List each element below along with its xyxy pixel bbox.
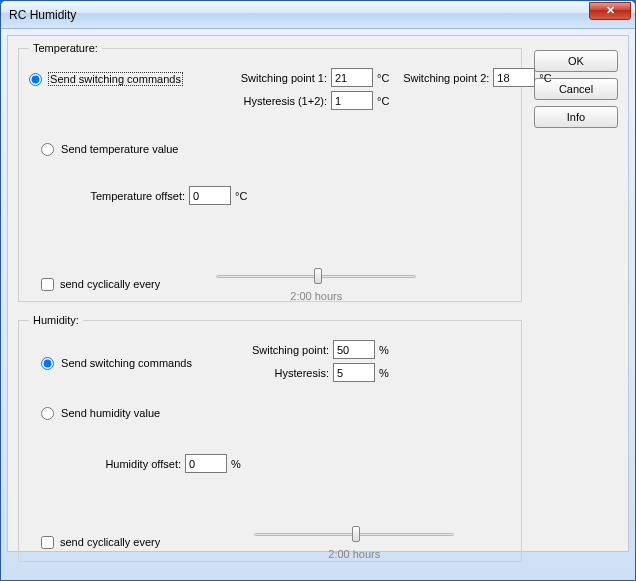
slider-thumb[interactable] [352, 526, 360, 542]
humidity-radio-switching-label: Send switching commands [61, 357, 192, 369]
sp1-unit: °C [377, 72, 389, 84]
temp-cyclic-checkbox[interactable] [41, 278, 54, 291]
humidity-group: Humidity: Switching point: % Hysteresis:… [18, 314, 522, 562]
hum-sp-label: Switching point: [247, 344, 329, 356]
temperature-radio-value[interactable] [41, 143, 54, 156]
temp-offset-unit: °C [235, 190, 247, 202]
temp-cyclic-label: send cyclically every [60, 278, 160, 290]
temperature-radio-switching-label: Send switching commands [49, 73, 182, 85]
temperature-group: Temperature: Send switching commands Swi… [18, 42, 522, 302]
temperature-radio-value-label: Send temperature value [61, 143, 178, 155]
close-button[interactable]: ✕ [589, 2, 631, 20]
hum-hyst-input[interactable] [333, 363, 375, 382]
sp2-unit: °C [539, 72, 551, 84]
temperature-legend: Temperature: [29, 42, 102, 54]
humidity-radio-switching[interactable] [41, 357, 54, 370]
temp-slider-value: 2:00 hours [290, 290, 342, 302]
hum-hyst-unit: % [379, 367, 389, 379]
hum-cyclic-label: send cyclically every [60, 536, 160, 548]
titlebar: RC Humidity ✕ [1, 1, 635, 29]
hum-sp-input[interactable] [333, 340, 375, 359]
sp1-label: Switching point 1: [237, 72, 327, 84]
temp-cyclic-slider[interactable] [216, 266, 416, 286]
temp-offset-input[interactable] [189, 186, 231, 205]
hum-offset-input[interactable] [185, 454, 227, 473]
dialog-window: RC Humidity ✕ OK Cancel Info Temperature… [0, 0, 636, 581]
hum-offset-unit: % [231, 458, 241, 470]
client-area: OK Cancel Info Temperature: Send switchi… [7, 35, 629, 552]
window-title: RC Humidity [9, 8, 589, 22]
hum-sp-unit: % [379, 344, 389, 356]
hum-hyst-label: Hysteresis: [247, 367, 329, 379]
sp2-label: Switching point 2: [399, 72, 489, 84]
hum-cyclic-checkbox[interactable] [41, 536, 54, 549]
hum-offset-label: Humidity offset: [99, 458, 181, 470]
close-icon: ✕ [606, 4, 615, 17]
temp-hyst-unit: °C [377, 95, 389, 107]
temperature-radio-switching[interactable] [29, 73, 42, 86]
window-frame: OK Cancel Info Temperature: Send switchi… [1, 29, 635, 580]
humidity-radio-value[interactable] [41, 407, 54, 420]
sp2-input[interactable] [493, 68, 535, 87]
slider-thumb[interactable] [314, 268, 322, 284]
main-panel: Temperature: Send switching commands Swi… [18, 42, 522, 574]
humidity-legend: Humidity: [29, 314, 83, 326]
temp-hyst-input[interactable] [331, 91, 373, 110]
temp-offset-label: Temperature offset: [85, 190, 185, 202]
humidity-radio-value-label: Send humidity value [61, 407, 160, 419]
hum-slider-value: 2:00 hours [328, 548, 380, 560]
hum-cyclic-slider[interactable] [254, 524, 454, 544]
temp-hyst-label: Hysteresis (1+2): [237, 95, 327, 107]
sp1-input[interactable] [331, 68, 373, 87]
